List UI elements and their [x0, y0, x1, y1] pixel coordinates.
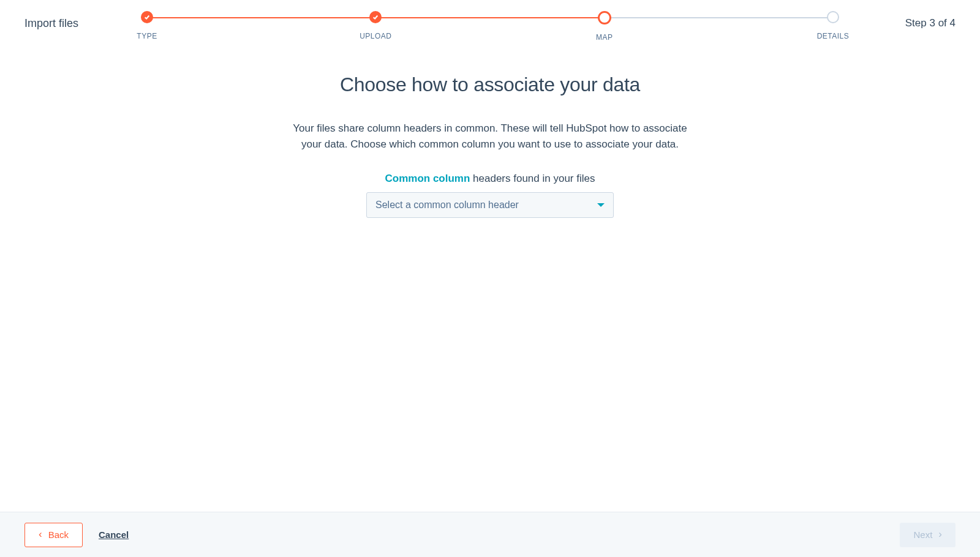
back-button[interactable]: ‹ Back [24, 523, 83, 547]
stepper-nodes: TYPE UPLOAD MAP [147, 11, 833, 42]
step-type-label: TYPE [137, 32, 157, 40]
wizard-footer: ‹ Back Cancel Next › [0, 512, 980, 557]
page-description: Your files share column headers in commo… [288, 121, 692, 153]
step-upload-label: UPLOAD [360, 32, 391, 40]
step-type-circle [141, 11, 153, 23]
step-upload-circle [369, 11, 382, 23]
next-button-label: Next [913, 529, 932, 540]
main-content: Choose how to associate your data Your f… [0, 44, 980, 218]
step-details-circle [827, 11, 839, 23]
common-column-label: Common column headers found in your file… [385, 173, 595, 185]
common-column-label-rest: headers found in your files [470, 173, 595, 184]
step-map-circle [598, 11, 611, 24]
back-button-label: Back [48, 529, 69, 540]
chevron-right-icon: › [938, 529, 942, 539]
wizard-header: Import files TYPE UP [0, 0, 980, 44]
cancel-link[interactable]: Cancel [99, 529, 129, 540]
page-heading: Choose how to associate your data [340, 73, 640, 96]
step-indicator: Step 3 of 4 [845, 11, 956, 29]
check-icon [144, 14, 150, 20]
chevron-left-icon: ‹ [39, 529, 42, 539]
common-column-label-highlight: Common column [385, 173, 470, 184]
check-icon [372, 14, 379, 20]
common-column-select[interactable]: Select a common column header [366, 192, 614, 218]
step-map-label: MAP [596, 33, 613, 42]
footer-left: ‹ Back Cancel [24, 523, 129, 547]
step-details-label: DETAILS [817, 32, 850, 40]
wizard-stepper: TYPE UPLOAD MAP [147, 11, 833, 45]
page-title: Import files [24, 11, 135, 30]
select-placeholder: Select a common column header [375, 200, 519, 211]
next-button[interactable]: Next › [900, 523, 956, 547]
chevron-down-icon [597, 203, 605, 207]
